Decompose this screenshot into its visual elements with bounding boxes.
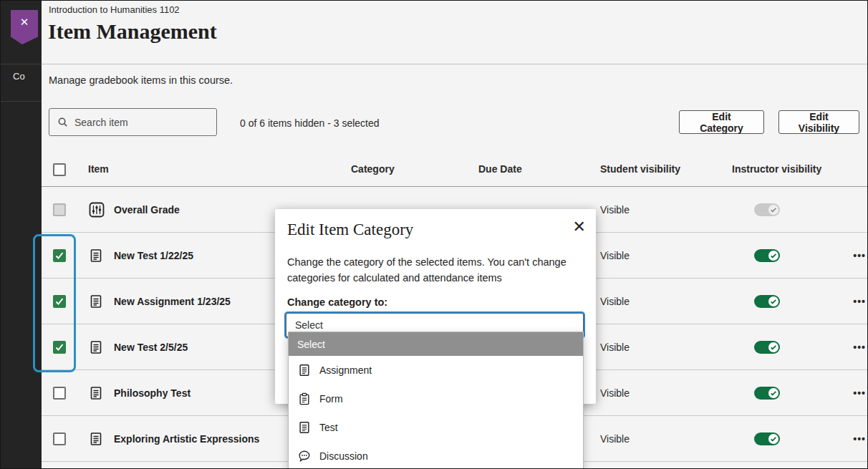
- toggle-check-icon: [768, 434, 778, 444]
- document-icon: [89, 248, 103, 263]
- page-description: Manage gradebook items in this course.: [49, 74, 233, 86]
- instructor-visibility-toggle[interactable]: [754, 341, 780, 354]
- modal-title: Edit Item Category: [287, 221, 413, 239]
- student-visibility-value: Visible: [600, 204, 630, 216]
- row-overflow-menu-button[interactable]: •••: [853, 296, 866, 307]
- course-close-ribbon[interactable]: ✕: [11, 10, 38, 44]
- item-title[interactable]: Philosophy Test: [114, 387, 191, 399]
- edit-category-button[interactable]: Edit Category: [679, 110, 764, 134]
- student-visibility-value: Visible: [600, 342, 630, 353]
- test-icon: [297, 421, 312, 434]
- app-root: ✕ Co Introduction to Humanities 1102 Ite…: [0, 0, 868, 469]
- column-header-student-visibility: Student visibility: [600, 163, 680, 175]
- instructor-visibility-toggle[interactable]: [754, 249, 780, 262]
- dropdown-option[interactable]: Select: [289, 332, 583, 356]
- row-overflow-menu-button[interactable]: •••: [853, 433, 866, 445]
- search-box[interactable]: [49, 108, 217, 136]
- student-visibility-value: Visible: [600, 296, 630, 307]
- item-title[interactable]: Overall Grade: [114, 204, 180, 216]
- close-icon: ✕: [20, 16, 29, 27]
- item-title[interactable]: New Assignment 1/23/25: [114, 296, 231, 307]
- selected-rows-outline: [33, 234, 76, 372]
- document-icon: [89, 386, 103, 400]
- dropdown-option-label: Select: [297, 339, 325, 350]
- dropdown-option[interactable]: Form: [289, 385, 583, 413]
- item-title[interactable]: New Test 1/22/25: [114, 250, 193, 261]
- dropdown-option[interactable]: Test: [289, 413, 583, 442]
- dropdown-option[interactable]: Assignment: [289, 356, 583, 385]
- dropdown-option-label: Test: [319, 422, 338, 433]
- column-header-category: Category: [351, 163, 395, 175]
- instructor-visibility-toggle[interactable]: [754, 295, 780, 308]
- column-header-due-date: Due Date: [478, 163, 522, 175]
- student-visibility-value: Visible: [600, 433, 630, 445]
- toggle-check-icon: [768, 205, 778, 215]
- select-all-checkbox[interactable]: [53, 163, 66, 176]
- row-overflow-menu-button[interactable]: •••: [853, 387, 866, 399]
- instructor-visibility-toggle[interactable]: [754, 387, 780, 400]
- search-icon: [57, 117, 68, 127]
- column-header-instructor-visibility: Instructor visibility: [732, 163, 821, 175]
- instructor-visibility-toggle: [754, 203, 780, 216]
- table-header: Item Category Due Date Student visibilit…: [42, 153, 868, 187]
- assignment-icon: [297, 364, 312, 377]
- toggle-check-icon: [768, 296, 778, 306]
- item-title[interactable]: New Test 2/5/25: [114, 342, 188, 353]
- row-overflow-menu-button[interactable]: •••: [853, 250, 866, 261]
- page-title: Item Management: [48, 19, 217, 44]
- toggle-check-icon: [768, 251, 778, 261]
- document-icon: [89, 432, 103, 446]
- sidebar-divider: [1, 101, 42, 102]
- row-overflow-menu-button[interactable]: •••: [853, 342, 866, 353]
- category-select-value: Select: [295, 319, 323, 331]
- dropdown-option-label: Discussion: [319, 450, 368, 462]
- discussion-icon: [297, 450, 312, 463]
- search-input[interactable]: [74, 117, 208, 128]
- dropdown-option-label: Form: [319, 393, 343, 405]
- document-icon: [89, 294, 103, 309]
- student-visibility-value: Visible: [600, 387, 630, 399]
- dropdown-option-label: Assignment: [319, 364, 372, 376]
- toggle-check-icon: [768, 388, 778, 398]
- close-icon: ✕: [573, 218, 586, 236]
- sidebar-divider: [1, 64, 42, 64]
- category-dropdown-list: SelectAssignmentFormTestDiscussion: [288, 332, 584, 469]
- document-icon: [89, 340, 103, 354]
- item-title[interactable]: Exploring Artistic Expressions: [114, 433, 259, 445]
- overall-grade-icon: [89, 202, 105, 218]
- items-status-text: 0 of 6 items hidden - 3 selected: [240, 117, 380, 129]
- toggle-check-icon: [768, 342, 778, 352]
- sidebar-partial-label: Co: [13, 71, 39, 82]
- row-checkbox[interactable]: [53, 432, 66, 445]
- column-header-item: Item: [88, 163, 109, 175]
- category-field-label: Change category to:: [287, 296, 387, 308]
- modal-description: Change the category of the selected item…: [287, 255, 584, 286]
- instructor-visibility-toggle[interactable]: [754, 432, 780, 445]
- row-checkbox: [53, 203, 66, 216]
- student-visibility-value: Visible: [600, 250, 630, 261]
- course-name: Introduction to Humanities 1102: [49, 4, 180, 15]
- edit-visibility-button[interactable]: Edit Visibility: [778, 110, 859, 134]
- dropdown-option[interactable]: Discussion: [289, 442, 583, 469]
- modal-close-button[interactable]: ✕: [573, 219, 586, 235]
- page-header: Introduction to Humanities 1102 Item Man…: [42, 1, 868, 64]
- row-checkbox[interactable]: [53, 387, 66, 400]
- form-icon: [297, 392, 312, 405]
